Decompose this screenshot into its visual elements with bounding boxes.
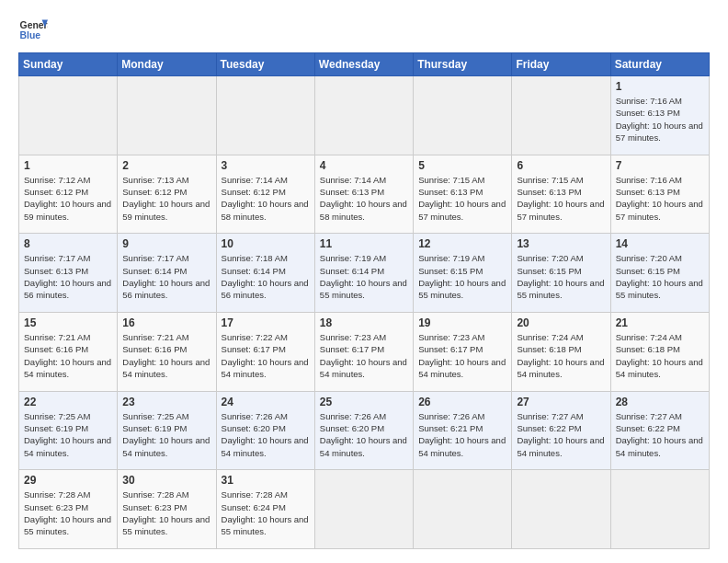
calendar-cell: 18Sunrise: 7:23 AMSunset: 6:17 PMDayligh… xyxy=(314,312,413,391)
day-info: Sunrise: 7:17 AMSunset: 6:13 PMDaylight:… xyxy=(24,252,112,301)
day-info: Sunrise: 7:15 AMSunset: 6:13 PMDaylight:… xyxy=(418,174,506,223)
calendar-cell: 9Sunrise: 7:17 AMSunset: 6:14 PMDaylight… xyxy=(118,234,216,313)
col-header-friday: Friday xyxy=(512,53,610,76)
day-number: 16 xyxy=(122,316,210,329)
day-info: Sunrise: 7:19 AMSunset: 6:14 PMDaylight:… xyxy=(320,252,408,301)
day-info: Sunrise: 7:16 AMSunset: 6:13 PMDaylight:… xyxy=(616,95,704,144)
day-info: Sunrise: 7:12 AMSunset: 6:12 PMDaylight:… xyxy=(24,174,112,223)
logo: General Blue xyxy=(18,14,48,43)
calendar-cell: 12Sunrise: 7:19 AMSunset: 6:15 PMDayligh… xyxy=(414,234,512,313)
calendar-cell: 20Sunrise: 7:24 AMSunset: 6:18 PMDayligh… xyxy=(512,312,610,391)
day-info: Sunrise: 7:14 AMSunset: 6:13 PMDaylight:… xyxy=(320,174,408,223)
calendar-cell: 1Sunrise: 7:16 AMSunset: 6:13 PMDaylight… xyxy=(610,76,709,155)
day-number: 11 xyxy=(320,237,408,250)
day-info: Sunrise: 7:13 AMSunset: 6:12 PMDaylight:… xyxy=(122,174,210,223)
day-number: 8 xyxy=(24,237,112,250)
day-number: 25 xyxy=(320,396,408,408)
day-info: Sunrise: 7:18 AMSunset: 6:14 PMDaylight:… xyxy=(222,252,310,301)
day-number: 1 xyxy=(616,80,704,93)
day-info: Sunrise: 7:23 AMSunset: 6:17 PMDaylight:… xyxy=(418,331,506,380)
calendar-header-row: SundayMondayTuesdayWednesdayThursdayFrid… xyxy=(19,53,710,76)
calendar-cell: 17Sunrise: 7:22 AMSunset: 6:17 PMDayligh… xyxy=(216,312,314,391)
calendar-cell: 26Sunrise: 7:26 AMSunset: 6:21 PMDayligh… xyxy=(414,391,512,470)
calendar-page: General Blue SundayMondayTuesdayWednesda… xyxy=(0,0,728,563)
calendar-cell: 29Sunrise: 7:28 AMSunset: 6:23 PMDayligh… xyxy=(19,470,118,549)
calendar-cell: 21Sunrise: 7:24 AMSunset: 6:18 PMDayligh… xyxy=(610,312,709,391)
day-info: Sunrise: 7:27 AMSunset: 6:22 PMDaylight:… xyxy=(616,410,704,459)
calendar-cell xyxy=(314,76,413,155)
day-number: 3 xyxy=(222,159,310,172)
calendar-cell: 22Sunrise: 7:25 AMSunset: 6:19 PMDayligh… xyxy=(19,391,118,470)
day-info: Sunrise: 7:25 AMSunset: 6:19 PMDaylight:… xyxy=(24,410,112,459)
calendar-cell: 8Sunrise: 7:17 AMSunset: 6:13 PMDaylight… xyxy=(19,234,118,313)
day-info: Sunrise: 7:19 AMSunset: 6:15 PMDaylight:… xyxy=(418,252,506,301)
day-info: Sunrise: 7:15 AMSunset: 6:13 PMDaylight:… xyxy=(517,174,605,223)
day-info: Sunrise: 7:17 AMSunset: 6:14 PMDaylight:… xyxy=(122,252,210,301)
day-info: Sunrise: 7:26 AMSunset: 6:21 PMDaylight:… xyxy=(418,410,506,459)
col-header-monday: Monday xyxy=(118,53,216,76)
calendar-week-3: 8Sunrise: 7:17 AMSunset: 6:13 PMDaylight… xyxy=(19,234,710,313)
day-info: Sunrise: 7:24 AMSunset: 6:18 PMDaylight:… xyxy=(517,331,605,380)
calendar-week-5: 22Sunrise: 7:25 AMSunset: 6:19 PMDayligh… xyxy=(19,391,710,470)
svg-text:Blue: Blue xyxy=(20,30,41,40)
col-header-sunday: Sunday xyxy=(19,53,118,76)
day-number: 22 xyxy=(24,396,112,408)
calendar-cell: 4Sunrise: 7:14 AMSunset: 6:13 PMDaylight… xyxy=(314,155,413,234)
calendar-cell: 24Sunrise: 7:26 AMSunset: 6:20 PMDayligh… xyxy=(216,391,314,470)
day-info: Sunrise: 7:28 AMSunset: 6:24 PMDaylight:… xyxy=(222,488,310,537)
col-header-wednesday: Wednesday xyxy=(314,53,413,76)
calendar-cell: 11Sunrise: 7:19 AMSunset: 6:14 PMDayligh… xyxy=(314,234,413,313)
calendar-cell: 15Sunrise: 7:21 AMSunset: 6:16 PMDayligh… xyxy=(19,312,118,391)
day-number: 9 xyxy=(122,237,210,250)
calendar-cell: 19Sunrise: 7:23 AMSunset: 6:17 PMDayligh… xyxy=(414,312,512,391)
calendar-cell xyxy=(414,470,512,549)
day-number: 15 xyxy=(24,316,112,329)
calendar-cell xyxy=(314,470,413,549)
col-header-tuesday: Tuesday xyxy=(216,53,314,76)
calendar-week-6: 29Sunrise: 7:28 AMSunset: 6:23 PMDayligh… xyxy=(19,470,710,549)
day-number: 1 xyxy=(24,159,112,172)
day-info: Sunrise: 7:27 AMSunset: 6:22 PMDaylight:… xyxy=(517,410,605,459)
col-header-saturday: Saturday xyxy=(610,53,709,76)
calendar-cell: 7Sunrise: 7:16 AMSunset: 6:13 PMDaylight… xyxy=(610,155,709,234)
day-info: Sunrise: 7:26 AMSunset: 6:20 PMDaylight:… xyxy=(320,410,408,459)
calendar-cell: 10Sunrise: 7:18 AMSunset: 6:14 PMDayligh… xyxy=(216,234,314,313)
day-info: Sunrise: 7:23 AMSunset: 6:17 PMDaylight:… xyxy=(320,331,408,380)
calendar-cell: 1Sunrise: 7:12 AMSunset: 6:12 PMDaylight… xyxy=(19,155,118,234)
day-number: 27 xyxy=(517,396,605,408)
calendar-cell: 3Sunrise: 7:14 AMSunset: 6:12 PMDaylight… xyxy=(216,155,314,234)
calendar-cell: 25Sunrise: 7:26 AMSunset: 6:20 PMDayligh… xyxy=(314,391,413,470)
calendar-cell xyxy=(19,76,118,155)
day-info: Sunrise: 7:21 AMSunset: 6:16 PMDaylight:… xyxy=(24,331,112,380)
day-number: 28 xyxy=(616,396,704,408)
day-info: Sunrise: 7:20 AMSunset: 6:15 PMDaylight:… xyxy=(616,252,704,301)
calendar-week-4: 15Sunrise: 7:21 AMSunset: 6:16 PMDayligh… xyxy=(19,312,710,391)
day-number: 6 xyxy=(517,159,605,172)
calendar-cell: 31Sunrise: 7:28 AMSunset: 6:24 PMDayligh… xyxy=(216,470,314,549)
day-number: 4 xyxy=(320,159,408,172)
day-number: 30 xyxy=(122,474,210,487)
calendar-cell xyxy=(118,76,216,155)
page-header: General Blue xyxy=(18,14,710,43)
day-info: Sunrise: 7:25 AMSunset: 6:19 PMDaylight:… xyxy=(122,410,210,459)
calendar-cell xyxy=(610,470,709,549)
calendar-week-2: 1Sunrise: 7:12 AMSunset: 6:12 PMDaylight… xyxy=(19,155,710,234)
calendar-cell: 16Sunrise: 7:21 AMSunset: 6:16 PMDayligh… xyxy=(118,312,216,391)
day-number: 17 xyxy=(222,316,310,329)
calendar-cell: 30Sunrise: 7:28 AMSunset: 6:23 PMDayligh… xyxy=(118,470,216,549)
day-info: Sunrise: 7:28 AMSunset: 6:23 PMDaylight:… xyxy=(122,488,210,537)
day-info: Sunrise: 7:20 AMSunset: 6:15 PMDaylight:… xyxy=(517,252,605,301)
day-info: Sunrise: 7:26 AMSunset: 6:20 PMDaylight:… xyxy=(222,410,310,459)
day-number: 10 xyxy=(222,237,310,250)
day-number: 19 xyxy=(418,316,506,329)
day-info: Sunrise: 7:21 AMSunset: 6:16 PMDaylight:… xyxy=(122,331,210,380)
col-header-thursday: Thursday xyxy=(414,53,512,76)
calendar-cell: 13Sunrise: 7:20 AMSunset: 6:15 PMDayligh… xyxy=(512,234,610,313)
calendar-cell xyxy=(414,76,512,155)
day-number: 12 xyxy=(418,237,506,250)
calendar-cell: 6Sunrise: 7:15 AMSunset: 6:13 PMDaylight… xyxy=(512,155,610,234)
logo-icon: General Blue xyxy=(18,14,48,43)
day-number: 21 xyxy=(616,316,704,329)
day-number: 31 xyxy=(222,474,310,487)
day-number: 5 xyxy=(418,159,506,172)
